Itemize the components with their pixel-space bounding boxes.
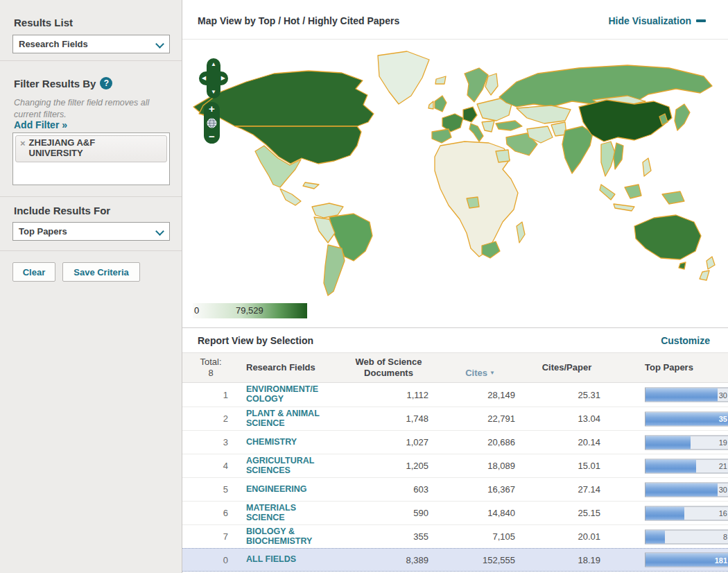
column-header-cites[interactable]: Cites▼	[437, 357, 523, 379]
bar-fill	[645, 483, 718, 496]
table-row: 3 CHEMISTRY 1,027 20,686 20.14 19	[182, 430, 728, 454]
docs-value: 1,027	[340, 437, 437, 447]
bar-fill	[645, 506, 684, 520]
field-link[interactable]: AGRICULTURAL SCIENCES	[239, 456, 340, 476]
docs-value: 603	[340, 484, 437, 495]
divider	[0, 196, 182, 197]
top-papers-cell: 8	[610, 525, 728, 548]
field-link[interactable]: CHEMISTRY	[239, 438, 340, 447]
docs-value: 8,389	[340, 555, 437, 565]
row-rank: 3	[182, 437, 239, 447]
cites-per-paper-value: 25.31	[523, 390, 610, 400]
docs-value: 1,748	[340, 413, 437, 424]
top-papers-value: 181	[715, 556, 727, 564]
map-pan-control[interactable]: ▲ ▼ ◀ ▶	[199, 58, 228, 99]
top-papers-cell: 181	[610, 549, 728, 571]
row-rank: 4	[182, 461, 239, 471]
field-link[interactable]: ENVIRONMENT/E COLOGY	[239, 385, 340, 404]
top-papers-cell: 21	[610, 454, 728, 477]
row-rank: 0	[182, 555, 239, 565]
clear-button[interactable]: Clear	[12, 262, 55, 282]
hide-visualization-link[interactable]: Hide Visualization	[608, 15, 706, 26]
pan-left-icon[interactable]: ◀	[202, 76, 206, 81]
top-papers-cell: 30	[610, 478, 728, 501]
column-header-research-fields: Research Fields	[239, 362, 340, 373]
pan-up-icon[interactable]: ▲	[211, 62, 216, 67]
top-papers-bar: 16	[645, 506, 728, 520]
field-link[interactable]: ALL FIELDS	[239, 555, 340, 565]
results-list-dropdown[interactable]: Research Fields	[12, 35, 170, 53]
row-rank: 1	[182, 390, 239, 400]
field-link[interactable]: MATERIALS SCIENCE	[239, 504, 340, 523]
cites-per-paper-value: 20.01	[523, 531, 610, 542]
pan-down-icon[interactable]: ▼	[211, 89, 216, 95]
docs-value: 1,205	[340, 461, 437, 471]
top-papers-cell: 16	[610, 502, 728, 524]
top-papers-bar: 19	[645, 435, 728, 450]
top-papers-value: 19	[719, 438, 727, 447]
field-link[interactable]: ENGINEERING	[239, 485, 340, 495]
docs-value: 355	[340, 531, 437, 542]
scale-min-label: 0	[194, 305, 199, 316]
choropleth-world-map[interactable]	[192, 42, 719, 302]
add-filter-link[interactable]: Add Filter »	[14, 119, 67, 130]
table-header-row: Total: 8 Research Fields Web of Science …	[182, 352, 728, 383]
zoom-in-icon[interactable]: +	[209, 104, 215, 114]
bar-fill	[645, 436, 691, 449]
report-view-title: Report View by Selection	[198, 335, 313, 346]
cites-value: 18,089	[437, 461, 523, 471]
cites-per-paper-value: 18.19	[523, 555, 610, 565]
main-content: Map View by Top / Hot / Highly Cited Pap…	[182, 0, 728, 573]
docs-value: 590	[340, 508, 437, 518]
sort-down-icon: ▼	[489, 370, 495, 376]
save-criteria-button[interactable]: Save Criteria	[62, 262, 140, 282]
column-header-top-papers: Top Papers	[610, 362, 728, 373]
cites-per-paper-value: 13.04	[523, 413, 610, 424]
map-zoom-control[interactable]: + −	[204, 102, 220, 144]
cites-value: 28,149	[437, 390, 523, 400]
top-papers-value: 30	[719, 391, 727, 399]
table-row: 5 ENGINEERING 603 16,367 27.14 30	[182, 477, 728, 501]
divider	[0, 60, 182, 61]
world-map-visualization: ▲ ▼ ◀ ▶ + − 0 79,529	[182, 40, 728, 327]
filter-note: Changing the filter field removes all cu…	[14, 97, 166, 121]
help-icon[interactable]: ?	[100, 77, 112, 89]
results-list-heading: Results List	[14, 17, 73, 28]
bar-fill	[645, 530, 665, 543]
top-papers-value: 30	[719, 486, 727, 494]
total-count: Total: 8	[182, 357, 239, 379]
filter-results-heading: Filter Results By?	[14, 77, 112, 89]
cites-value: 7,105	[437, 531, 523, 542]
cites-value: 22,791	[437, 413, 523, 424]
top-papers-bar: 21	[645, 459, 728, 473]
include-results-heading: Include Results For	[14, 205, 110, 216]
top-papers-value: 35	[719, 415, 727, 423]
active-filters-box: × ZHEJIANG A&F UNIVERSITY	[12, 132, 170, 185]
bar-fill	[645, 459, 696, 472]
top-papers-value: 8	[723, 533, 727, 541]
map-view-title: Map View by Top / Hot / Highly Cited Pap…	[198, 15, 399, 26]
include-results-dropdown-value: Top Papers	[19, 226, 157, 237]
row-rank: 2	[182, 413, 239, 424]
cites-value: 16,367	[437, 484, 523, 495]
cites-value: 14,840	[437, 508, 523, 518]
pan-right-icon[interactable]: ▶	[221, 76, 225, 81]
zoom-out-icon[interactable]: −	[209, 132, 215, 142]
table-row: 6 MATERIALS SCIENCE 590 14,840 25.15 16	[182, 501, 728, 524]
report-view-header: Report View by Selection Customize	[182, 327, 728, 352]
cites-value: 152,555	[437, 555, 523, 565]
customize-link[interactable]: Customize	[661, 335, 710, 346]
table-row: 4 AGRICULTURAL SCIENCES 1,205 18,089 15.…	[182, 454, 728, 477]
remove-filter-icon[interactable]: ×	[20, 138, 26, 148]
row-rank: 6	[182, 508, 239, 518]
globe-icon[interactable]	[207, 118, 217, 128]
bar-fill	[645, 412, 728, 425]
include-results-dropdown[interactable]: Top Papers	[12, 222, 170, 241]
collapse-minus-icon	[696, 19, 706, 22]
cites-value: 20,686	[437, 437, 523, 447]
report-table-body: 1 ENVIRONMENT/E COLOGY 1,112 28,149 25.3…	[182, 383, 728, 572]
divider	[0, 250, 182, 251]
row-rank: 7	[182, 531, 239, 542]
field-link[interactable]: PLANT & ANIMAL SCIENCE	[239, 409, 340, 429]
field-link[interactable]: BIOLOGY & BIOCHEMISTRY	[239, 527, 340, 547]
